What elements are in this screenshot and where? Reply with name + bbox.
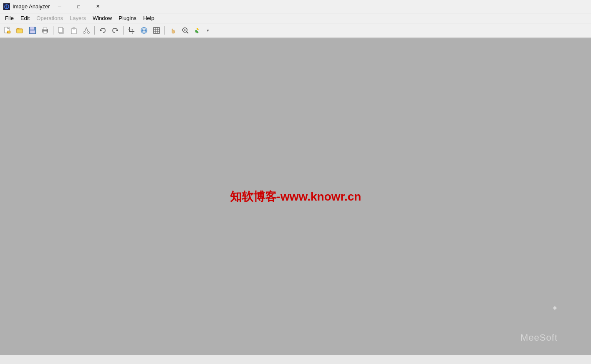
crop-button[interactable]	[126, 25, 137, 36]
svg-marker-45	[197, 28, 199, 30]
paste-button[interactable]	[68, 25, 80, 36]
separator-3	[123, 26, 124, 35]
brand-text: MeeSoft	[520, 332, 558, 343]
pencil-button[interactable]	[192, 25, 204, 36]
svg-rect-19	[71, 29, 76, 34]
open-button[interactable]	[14, 25, 26, 36]
watermark-text: 知软博客-www.knowr.cn	[230, 189, 361, 205]
menu-plugins[interactable]: Plugins	[115, 14, 140, 22]
svg-rect-20	[73, 28, 75, 29]
grid-icon	[153, 27, 160, 34]
toolbar: ★	[0, 23, 591, 38]
redo-icon	[111, 27, 119, 34]
copy-button[interactable]	[56, 25, 67, 36]
rotate-button[interactable]	[138, 25, 150, 36]
open-folder-icon	[16, 27, 24, 34]
new-file-button[interactable]: ★	[2, 25, 13, 36]
svg-rect-15	[43, 28, 47, 30]
svg-point-23	[83, 32, 86, 34]
paste-icon	[70, 27, 78, 34]
canvas-area: 知软博客-www.knowr.cn ✦ MeeSoft	[0, 38, 591, 355]
window-controls: ─ □ ✕	[50, 0, 108, 13]
zoom-icon	[182, 27, 189, 34]
hand-tool-button[interactable]	[167, 25, 179, 36]
sparkle-decoration: ✦	[551, 303, 558, 313]
separator-4	[164, 26, 165, 35]
separator-2	[94, 26, 95, 35]
svg-rect-12	[30, 27, 34, 30]
minimize-button[interactable]: ─	[50, 0, 69, 13]
save-icon	[29, 27, 36, 34]
svg-rect-35	[154, 28, 159, 33]
maximize-button[interactable]: □	[69, 0, 88, 13]
copy-icon	[58, 27, 65, 34]
crop-icon	[128, 27, 135, 34]
rotate-icon	[140, 27, 148, 34]
menu-help[interactable]: Help	[140, 14, 158, 22]
hand-icon	[169, 27, 177, 34]
menu-window[interactable]: Window	[89, 14, 115, 22]
save-button[interactable]	[27, 25, 38, 36]
new-file-icon: ★	[4, 27, 11, 34]
status-bar	[0, 355, 591, 364]
menu-layers[interactable]: Layers	[66, 14, 89, 22]
menu-file[interactable]: File	[2, 14, 17, 22]
close-button[interactable]: ✕	[88, 0, 108, 13]
svg-rect-16	[43, 31, 47, 33]
menu-edit[interactable]: Edit	[17, 14, 33, 22]
undo-icon	[99, 27, 106, 34]
app-title: Image Analyzer	[13, 3, 50, 10]
cut-icon	[83, 27, 90, 34]
pencil-icon	[194, 27, 202, 34]
separator-1	[53, 26, 53, 35]
undo-button[interactable]	[97, 25, 109, 36]
toolbar-dropdown-button[interactable]: ▼	[205, 25, 211, 36]
app-icon	[3, 3, 10, 10]
print-icon	[41, 27, 49, 34]
redo-button[interactable]	[109, 25, 121, 36]
svg-line-41	[187, 32, 188, 33]
svg-rect-13	[30, 30, 35, 33]
svg-rect-18	[58, 28, 63, 33]
zoom-button[interactable]	[179, 25, 191, 36]
menu-operations[interactable]: Operations	[33, 14, 66, 22]
svg-point-24	[88, 32, 90, 34]
title-bar: Image Analyzer ─ □ ✕	[0, 0, 591, 13]
grid-button[interactable]	[151, 25, 162, 36]
menu-bar: File Edit Operations Layers Window Plugi…	[0, 13, 591, 23]
svg-rect-10	[17, 29, 23, 33]
cut-button[interactable]	[81, 25, 92, 36]
print-button[interactable]	[39, 25, 51, 36]
